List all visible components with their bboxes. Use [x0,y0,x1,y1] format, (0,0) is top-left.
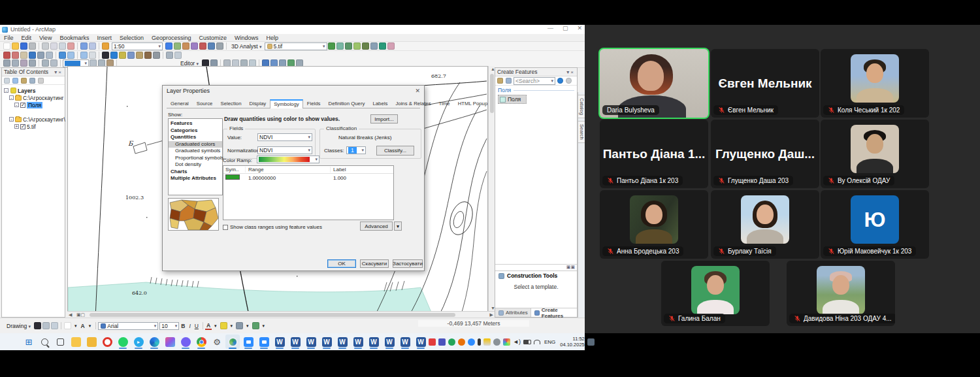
show-item-quantities[interactable]: Quantities [169,134,222,141]
tab-labels[interactable]: Labels [368,99,391,108]
map-horizontal-scrollbar[interactable]: ◀ ▶ ▣▢ [67,311,495,318]
editor-toolbar-label[interactable]: Editor ▾ [178,60,201,67]
find-route-icon[interactable] [144,52,152,59]
word-icon[interactable]: W [319,335,334,349]
identify-icon[interactable] [110,52,118,59]
tab-display[interactable]: Display [246,99,270,108]
menu-help[interactable]: Help [263,35,283,41]
opera-icon[interactable] [100,335,114,349]
cut-icon[interactable] [42,42,49,50]
word-icon[interactable]: W [398,335,412,349]
tab-definition-query[interactable]: Definition Query [325,99,369,108]
word-icon[interactable]: W [414,335,428,349]
ok-button[interactable]: OK [327,259,356,268]
show-item-multiple-attributes[interactable]: Multiple Attributes [169,175,222,182]
recording-tray-icon[interactable] [429,338,436,346]
tab-create-features[interactable]: Create Features [531,308,577,317]
toc-close-icon[interactable]: × [58,69,63,75]
effects-icon-1[interactable] [3,59,10,67]
wifi-icon[interactable] [534,340,540,344]
list-by-visibility-icon[interactable] [21,78,27,84]
participant-tile-halyna[interactable]: Галина Балан [661,261,770,326]
menu-view[interactable]: View [35,35,56,41]
effects-icon-2[interactable] [12,59,19,67]
battery-icon[interactable] [523,340,531,344]
hyperlink-icon[interactable] [119,52,126,59]
viber-icon[interactable] [178,335,193,349]
select-features-icon[interactable] [80,52,88,59]
steepest-path-icon[interactable] [345,42,352,50]
select-elements-icon[interactable] [102,52,109,59]
zoom-in-icon[interactable] [3,52,10,59]
zoom-to-selected-icon[interactable] [51,322,58,329]
word-icon[interactable]: W [367,335,381,349]
toolbox-icon[interactable] [199,42,206,50]
python-icon[interactable] [216,42,223,50]
collapse-icon[interactable]: - [4,88,8,93]
pan-icon[interactable] [20,52,27,59]
select-elements-icon[interactable] [34,322,41,329]
settings-icon[interactable]: ⚙ [210,335,224,349]
toc-root-layers[interactable]: - Layers [4,87,65,94]
classes-combo[interactable]: 1▾ [346,146,366,154]
text-tool-icon[interactable]: A [80,323,86,329]
tab-selection[interactable]: Selection [216,99,245,108]
telegram-icon[interactable]: ▸ [131,335,146,349]
show-item-graduated-symbols[interactable]: Graduated symbols [169,148,222,155]
toc-layer-5tif[interactable]: + 5.tif [4,123,65,130]
effects-icon-6[interactable] [50,59,57,67]
tab-general[interactable]: General [167,99,193,108]
microphone-tray-icon[interactable] [478,338,481,346]
scale-combo[interactable]: 1:50▾ [112,42,163,50]
color-tray-icon[interactable] [503,338,510,346]
advanced-button[interactable]: Advanced [360,221,393,231]
print-icon[interactable] [29,42,36,50]
word-icon[interactable]: W [335,335,350,349]
volume-icon[interactable]: ◄) [513,338,521,345]
show-item-charts[interactable]: Charts [169,169,222,176]
editor-toggle-icon[interactable] [165,42,172,50]
expand-icon[interactable]: + [14,124,19,129]
whatsapp-icon[interactable] [116,335,130,349]
add-data-icon[interactable] [102,42,109,50]
profile-icon[interactable] [362,42,369,50]
html-popup-icon[interactable] [127,52,135,59]
word-icon[interactable]: W [288,335,302,349]
find-icon[interactable] [136,52,143,59]
file-explorer-icon[interactable] [69,335,83,349]
globe-icon[interactable] [379,42,386,50]
catalog-icon[interactable] [208,42,215,50]
font-name-combo[interactable]: Arial▾ [98,322,158,330]
go-to-xy-icon[interactable] [153,52,160,59]
layout-icon[interactable] [182,42,189,50]
participant-tile-pantio[interactable]: Пантьо Діана 1... Пантьо Діана 1к 203 [600,120,708,188]
participant-tile-yevhen[interactable]: Євген Мельник Євген Мельник [711,49,819,118]
menu-file[interactable]: File [0,35,18,41]
effects-icon-5[interactable] [42,59,49,67]
italic-button[interactable]: I [187,323,192,329]
scene-icon[interactable] [387,42,395,50]
analyst-toolbar-label[interactable]: 3D Analyst ▾ [229,43,265,50]
dialog-close-icon[interactable]: ✕ [415,88,420,94]
color-ramp-combo[interactable]: ▾ [257,156,319,163]
toc-layer-polya-label[interactable]: Поля [27,102,42,108]
eset-tray-icon[interactable] [493,338,500,346]
toc-layer-polya[interactable]: - Поля [4,101,65,108]
clear-selection-icon[interactable] [89,52,96,59]
redo-icon[interactable] [89,42,96,50]
rectangle-tool-icon[interactable] [64,322,71,329]
undo-icon[interactable] [80,42,88,50]
effects-icon-4[interactable] [29,59,36,67]
column-symbol[interactable]: Sym.. [223,167,246,172]
apply-button[interactable]: Застосувати [393,259,423,268]
open-icon[interactable] [12,42,19,50]
tab-html-popup[interactable]: HTML Popup [454,99,492,108]
tab-time[interactable]: Time [435,99,454,108]
zoom-app-icon[interactable] [241,335,255,349]
shield-tray-icon[interactable] [483,338,491,346]
highlight-color-icon[interactable] [220,322,227,329]
effects-icon-3[interactable] [20,59,27,67]
show-item-dot-density[interactable]: Dot density [169,161,222,169]
save-icon[interactable] [20,42,27,50]
show-item-graduated-colors[interactable]: Graduated colors [169,141,222,148]
